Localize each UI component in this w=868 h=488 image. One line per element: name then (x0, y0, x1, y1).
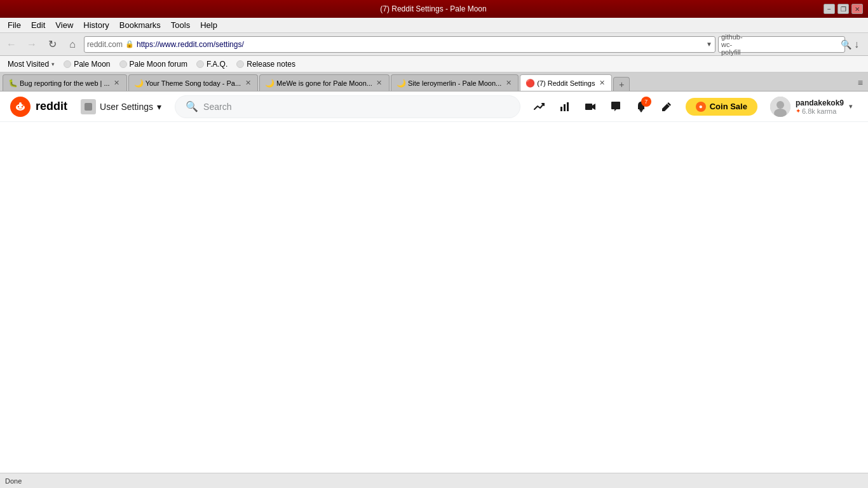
bookmarks-bar: Most Visited ▾ Pale Moon Pale Moon forum… (0, 56, 868, 72)
coin-sale-label: Coin Sale (710, 102, 747, 111)
url-dropdown-icon[interactable]: ▼ (706, 41, 712, 48)
user-avatar (770, 97, 790, 117)
reddit-logo-text: reddit (36, 100, 67, 113)
tab-bug-reporting-favicon: 🐛 (8, 79, 17, 88)
faq-dot-icon (196, 60, 204, 68)
notification-button[interactable]: 7 (630, 95, 653, 118)
chat-button[interactable] (604, 95, 627, 118)
svg-point-15 (776, 101, 784, 109)
svg-rect-11 (585, 104, 592, 110)
tab-bug-reporting[interactable]: 🐛 Bug reporting for the web | ... ✕ (3, 74, 127, 91)
back-button[interactable]: ← (3, 36, 20, 53)
pale-moon-dot-icon (64, 60, 71, 68)
bookmark-faq[interactable]: F.A.Q. (193, 58, 231, 70)
bookmark-release-notes[interactable]: Release notes (233, 58, 299, 70)
tab-reddit-settings-favicon: 🔴 (526, 79, 534, 88)
release-notes-dot-icon (236, 60, 244, 68)
tab-theme-song[interactable]: 🌙 Your Theme Song today - Pa... ✕ (128, 74, 258, 91)
nav-bar: ← → ↻ ⌂ reddit.com 🔒 ▼ github-wc-polyfil… (0, 33, 868, 56)
svg-rect-9 (564, 104, 566, 111)
community-selector[interactable]: User Settings ▾ (75, 96, 167, 118)
user-menu[interactable]: pandakekok9 ✦ 6.8k karma ▾ (765, 94, 858, 119)
svg-point-6 (23, 104, 24, 105)
tab-reddit-settings[interactable]: 🔴 (7) Reddit Settings ✕ (520, 74, 612, 91)
browser-search-input[interactable] (745, 40, 841, 49)
reddit-search-box[interactable]: 🔍 Search (175, 95, 520, 118)
tab-mewe-favicon: 🌙 (265, 79, 274, 88)
bookmark-most-visited[interactable]: Most Visited ▾ (4, 58, 58, 70)
main-content (0, 122, 868, 473)
menu-edit[interactable]: Edit (26, 19, 50, 31)
url-bar-container: reddit.com 🔒 ▼ (84, 36, 715, 53)
tab-theme-song-title: Your Theme Song today - Pa... (146, 79, 241, 87)
tab-leroymerlin[interactable]: 🌙 Site leroymerlin - Pale Moon... ✕ (391, 74, 519, 91)
svg-point-13 (640, 110, 642, 112)
username-label: pandakekok9 (796, 98, 844, 107)
window-title: (7) Reddit Settings - Pale Moon (43, 4, 824, 13)
menu-history[interactable]: History (78, 19, 114, 31)
menu-bar: File Edit View History Bookmarks Tools H… (0, 18, 868, 33)
trending-button[interactable] (528, 95, 551, 118)
tab-list-button[interactable]: ≡ (855, 74, 865, 91)
chart-button[interactable] (553, 95, 576, 118)
svg-point-2 (18, 105, 19, 107)
svg-rect-10 (567, 102, 569, 111)
most-visited-label: Most Visited (8, 60, 49, 69)
menu-bookmarks[interactable]: Bookmarks (114, 19, 166, 31)
download-button[interactable]: ↓ (848, 36, 865, 53)
restore-button[interactable]: ❐ (837, 4, 849, 14)
reddit-header: reddit User Settings ▾ 🔍 Search (0, 92, 868, 122)
tab-theme-song-favicon: 🌙 (134, 79, 143, 88)
bookmark-pale-moon[interactable]: Pale Moon (60, 58, 114, 70)
notification-badge: 7 (641, 97, 651, 107)
tab-theme-song-close[interactable]: ✕ (243, 79, 252, 88)
new-tab-button[interactable]: + (613, 77, 630, 91)
minimize-button[interactable]: − (824, 4, 835, 14)
tab-bug-reporting-close[interactable]: ✕ (112, 79, 121, 88)
edit-button[interactable] (655, 95, 678, 118)
tab-mewe-close[interactable]: ✕ (375, 79, 384, 88)
tabs-bar: 🐛 Bug reporting for the web | ... ✕ 🌙 Yo… (0, 72, 868, 92)
window-controls: − ❐ ✕ (824, 4, 863, 14)
faq-label: F.A.Q. (207, 60, 227, 69)
svg-rect-8 (560, 107, 562, 111)
tab-leroymerlin-favicon: 🌙 (397, 79, 405, 88)
bookmark-pale-moon-forum[interactable]: Pale Moon forum (116, 58, 191, 70)
status-bar: Done (0, 473, 868, 488)
menu-tools[interactable]: Tools (166, 19, 195, 31)
community-dropdown-icon: ▾ (157, 102, 161, 112)
video-button[interactable] (579, 95, 602, 118)
reddit-logo[interactable]: reddit (10, 97, 67, 117)
pale-moon-forum-dot-icon (119, 60, 127, 68)
user-menu-dropdown-icon: ▾ (849, 102, 853, 111)
home-button[interactable]: ⌂ (64, 36, 81, 53)
tab-mewe[interactable]: 🌙 MeWe is gone for Pale Moon... ✕ (259, 74, 390, 91)
tab-bug-reporting-title: Bug reporting for the web | ... (20, 79, 110, 87)
reddit-circle-icon (10, 97, 31, 117)
coin-sale-button[interactable]: ● Coin Sale (686, 98, 757, 116)
url-site-icon: reddit.com (87, 40, 123, 49)
release-notes-label: Release notes (247, 60, 295, 69)
search-bar-container: github-wc-polyfill 🔍 (718, 36, 845, 53)
karma-label: ✦ 6.8k karma (796, 107, 844, 115)
most-visited-dropdown-icon[interactable]: ▾ (51, 61, 55, 67)
url-lock-icon: 🔒 (125, 40, 134, 48)
tab-leroymerlin-title: Site leroymerlin - Pale Moon... (408, 79, 501, 87)
tab-leroymerlin-close[interactable]: ✕ (504, 79, 513, 88)
reload-button[interactable]: ↻ (43, 36, 61, 53)
pale-moon-forum-label: Pale Moon forum (130, 60, 187, 69)
user-info: pandakekok9 ✦ 6.8k karma (796, 98, 844, 115)
menu-view[interactable]: View (50, 19, 78, 31)
menu-help[interactable]: Help (195, 19, 222, 31)
search-engine-label: github-wc-polyfill (721, 33, 743, 56)
url-input[interactable] (137, 40, 705, 49)
menu-file[interactable]: File (3, 19, 26, 31)
close-button[interactable]: ✕ (851, 4, 863, 14)
reddit-nav-icons: 7 (528, 95, 678, 118)
coin-icon: ● (696, 102, 706, 112)
status-text: Done (5, 477, 22, 485)
forward-button[interactable]: → (23, 36, 41, 53)
pale-moon-label: Pale Moon (74, 60, 110, 69)
svg-point-3 (22, 105, 23, 107)
tab-reddit-settings-close[interactable]: ✕ (597, 79, 606, 88)
